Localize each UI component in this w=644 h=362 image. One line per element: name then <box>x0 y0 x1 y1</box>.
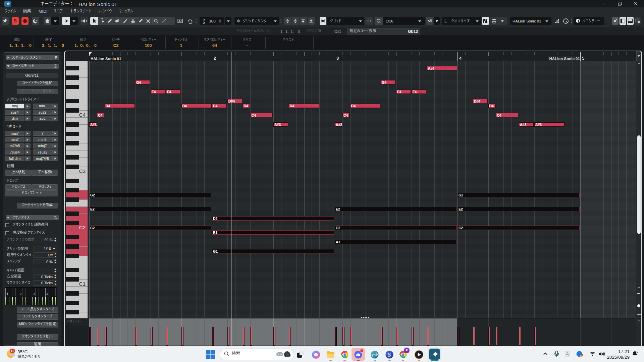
svg-text:S: S <box>388 352 391 358</box>
svg-text:z: z <box>637 351 638 353</box>
